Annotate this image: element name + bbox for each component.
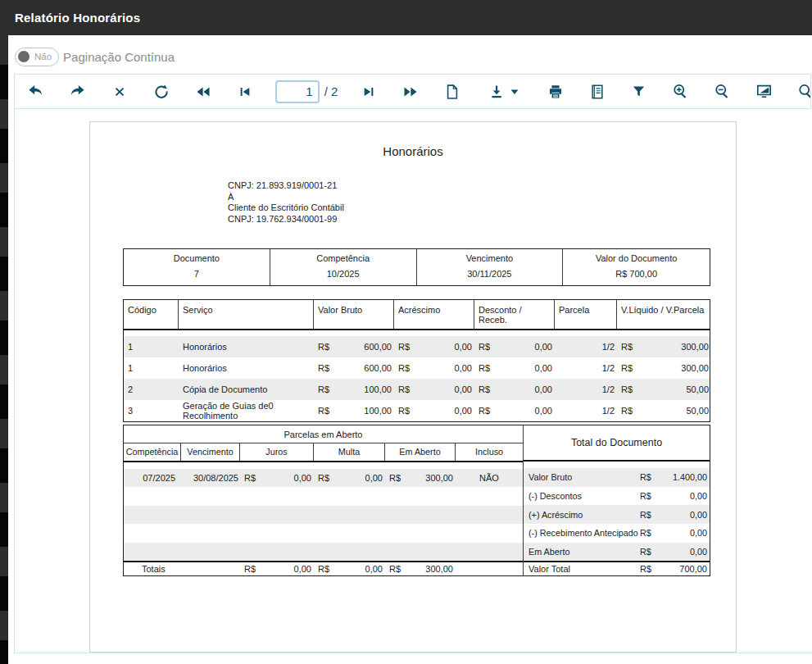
fast-backward-button[interactable] bbox=[182, 75, 224, 108]
info-col-documento: Documento 7 bbox=[124, 249, 270, 285]
currency-label: R$ bbox=[318, 564, 329, 574]
zoom-out-button[interactable] bbox=[701, 75, 743, 108]
close-button[interactable] bbox=[98, 75, 140, 108]
cell-juros-total: R$0,00 bbox=[240, 564, 314, 574]
currency-label: R$ bbox=[244, 564, 256, 574]
column-header: Valor Bruto bbox=[314, 300, 394, 329]
amount: 700,00 bbox=[665, 564, 710, 574]
currency-label: R$ bbox=[621, 363, 633, 373]
total-row: (-) Descontos R$ 0,00 bbox=[524, 487, 710, 506]
column-header: Código bbox=[124, 300, 179, 329]
table-row: 07/2025 30/08/2025 R$0,00 R$0,00 R$300,0… bbox=[124, 469, 523, 488]
report-document-icon bbox=[589, 84, 606, 100]
filter-icon bbox=[631, 84, 646, 99]
cell-value: 10/2025 bbox=[270, 269, 416, 279]
download-button[interactable] bbox=[473, 75, 534, 108]
last-page-button[interactable] bbox=[347, 75, 389, 108]
amount: 100,00 bbox=[364, 406, 392, 416]
pdf-page: Honorários CNPJ: 21.893.919/0001-21 À Cl… bbox=[89, 121, 737, 653]
page-number-group: / 2 bbox=[265, 75, 347, 108]
column-header: Documento bbox=[124, 253, 270, 263]
currency-label: R$ bbox=[398, 406, 410, 416]
section-title: Total do Documento bbox=[524, 425, 710, 462]
total-label: Valor Total bbox=[524, 564, 640, 574]
total-label: Valor Bruto bbox=[524, 472, 640, 482]
amount: 0,00 bbox=[665, 510, 710, 520]
cell-parcela: 1/2 bbox=[555, 342, 617, 352]
total-label: (-) Descontos bbox=[524, 491, 640, 501]
pagination-toggle[interactable]: Não bbox=[15, 48, 59, 66]
cell-codigo: 3 bbox=[124, 406, 179, 416]
cell-multa: R$0,00 bbox=[314, 473, 385, 483]
cell-servico: Honorários bbox=[179, 363, 314, 373]
document-info-table: Documento 7 Competência 10/2025 Vencimen… bbox=[123, 248, 710, 286]
pagination-toggle-label: Paginação Contínua bbox=[63, 50, 175, 64]
cell-vliquido: R$300,00 bbox=[617, 342, 711, 352]
fast-forward-button[interactable] bbox=[389, 75, 431, 108]
document-total-section: Total do Documento Valor Bruto R$ 1.400,… bbox=[523, 425, 710, 575]
rotate-button[interactable] bbox=[140, 75, 182, 108]
cell-vliquido: R$50,00 bbox=[617, 406, 711, 416]
search-button[interactable] bbox=[785, 75, 811, 108]
spacer bbox=[124, 330, 710, 336]
first-page-button[interactable] bbox=[224, 75, 265, 108]
filter-button[interactable] bbox=[618, 75, 660, 108]
zoom-out-icon bbox=[714, 83, 731, 100]
cell-value: 30/11/2025 bbox=[417, 269, 563, 279]
blank-page-icon bbox=[444, 84, 460, 100]
currency-label: R$ bbox=[318, 406, 329, 416]
new-page-button[interactable] bbox=[431, 75, 473, 108]
undo-button[interactable] bbox=[15, 75, 57, 108]
total-label: (+) Acréscimo bbox=[524, 510, 640, 520]
amount: 0,00 bbox=[455, 384, 472, 394]
services-table-header: Código Serviço Valor Bruto Acréscimo Des… bbox=[124, 300, 710, 330]
cell-parcela: 1/2 bbox=[555, 363, 617, 373]
redo-button[interactable] bbox=[57, 75, 98, 108]
amount: 1.400,00 bbox=[665, 472, 710, 482]
amount: 300,00 bbox=[681, 363, 709, 373]
currency-label: R$ bbox=[479, 363, 490, 373]
currency-label: R$ bbox=[621, 342, 633, 352]
amount: 300,00 bbox=[681, 342, 709, 352]
total-label: (-) Recebimento Antecipado bbox=[524, 528, 640, 538]
column-header: V.Líquido / V.Parcela bbox=[617, 300, 711, 329]
currency-label: R$ bbox=[318, 363, 329, 373]
currency-label: R$ bbox=[244, 473, 256, 483]
total-row: (-) Recebimento Antecipado R$ 0,00 bbox=[524, 524, 710, 543]
cell-codigo: 1 bbox=[124, 342, 179, 352]
column-header: Competência bbox=[270, 253, 416, 263]
currency-label: R$ bbox=[398, 363, 410, 373]
zoom-in-button[interactable] bbox=[660, 75, 701, 108]
zoom-in-icon bbox=[672, 83, 689, 100]
fast-backward-icon bbox=[195, 84, 211, 100]
cell-parcela: 1/2 bbox=[555, 384, 617, 394]
fit-screen-button[interactable] bbox=[743, 75, 785, 108]
page-number-input[interactable] bbox=[275, 80, 320, 103]
spacer bbox=[524, 462, 710, 468]
pdf-viewer-area[interactable]: Honorários CNPJ: 21.893.919/0001-21 À Cl… bbox=[14, 109, 812, 653]
table-row-empty bbox=[124, 543, 523, 562]
print-button[interactable] bbox=[534, 75, 576, 108]
chevron-down-icon bbox=[510, 89, 519, 95]
document-title: Honorários bbox=[90, 144, 736, 158]
amount: 0,00 bbox=[455, 342, 472, 352]
info-col-vencimento: Vencimento 30/11/2025 bbox=[417, 249, 564, 285]
cell-desconto: R$0,00 bbox=[474, 342, 555, 352]
undo-icon bbox=[27, 83, 44, 100]
cell-value: R$ 700,00 bbox=[563, 269, 710, 279]
amount: 600,00 bbox=[364, 363, 392, 373]
currency-label: R$ bbox=[398, 384, 410, 394]
fit-screen-icon bbox=[755, 83, 773, 100]
cell-vliquido: R$50,00 bbox=[617, 384, 711, 394]
cell-servico: Cópia de Documento bbox=[179, 384, 314, 394]
amount: 0,00 bbox=[455, 363, 472, 373]
download-icon bbox=[488, 84, 505, 100]
cell-valor-bruto: R$100,00 bbox=[314, 406, 394, 416]
currency-label: R$ bbox=[318, 342, 329, 352]
amount: 600,00 bbox=[364, 342, 392, 352]
amount: 0,00 bbox=[535, 342, 552, 352]
currency-label: R$ bbox=[640, 528, 665, 538]
cell-codigo: 1 bbox=[124, 363, 179, 373]
cell-vencimento: 30/08/2025 bbox=[181, 473, 240, 483]
report-button[interactable] bbox=[576, 75, 618, 108]
